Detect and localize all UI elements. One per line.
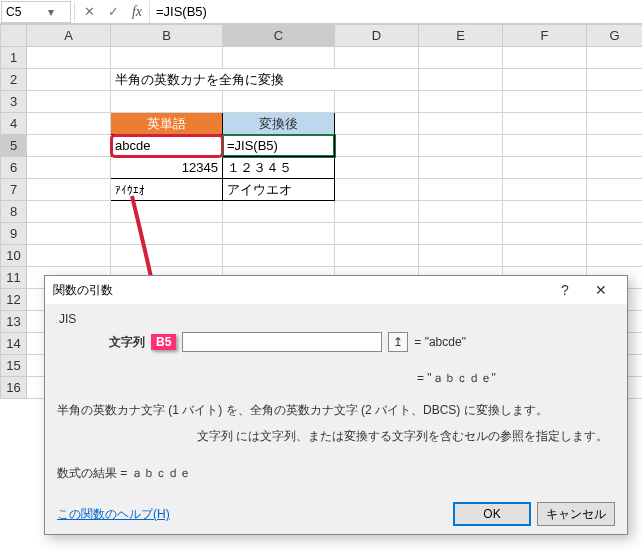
cell[interactable] [111,245,223,267]
cell[interactable] [587,223,643,245]
cell[interactable] [27,245,111,267]
cell[interactable] [587,201,643,223]
cell[interactable] [587,91,643,113]
cell[interactable] [223,245,335,267]
cell[interactable] [27,91,111,113]
cell[interactable] [587,47,643,69]
row-header[interactable]: 4 [1,113,27,135]
col-header-b[interactable]: B [111,25,223,47]
cell[interactable] [335,91,419,113]
cell-c7[interactable]: アイウエオ [223,179,335,201]
cell[interactable] [419,201,503,223]
cell-c6[interactable]: １２３４５ [223,157,335,179]
cell[interactable] [335,157,419,179]
cell[interactable] [419,157,503,179]
cell[interactable] [419,245,503,267]
cell[interactable] [587,113,643,135]
select-all[interactable] [1,25,27,47]
cell[interactable] [503,135,587,157]
cell[interactable] [587,179,643,201]
cell[interactable] [27,157,111,179]
cell[interactable] [27,47,111,69]
col-header-a[interactable]: A [27,25,111,47]
cell[interactable] [335,201,419,223]
help-button[interactable]: ? [547,278,583,302]
cell[interactable] [335,223,419,245]
cell[interactable] [587,245,643,267]
cell[interactable] [587,69,643,91]
cell[interactable] [503,157,587,179]
row-header[interactable]: 12 [1,289,27,311]
row-header[interactable]: 3 [1,91,27,113]
cell[interactable] [419,179,503,201]
cell-b2[interactable]: 半角の英数カナを全角に変換 [111,69,419,91]
cell[interactable] [111,47,223,69]
fx-icon[interactable]: fx [125,1,149,23]
col-header-e[interactable]: E [419,25,503,47]
cell[interactable] [27,135,111,157]
cell[interactable] [223,91,335,113]
confirm-icon[interactable]: ✓ [101,1,125,23]
row-header[interactable]: 13 [1,311,27,333]
cell[interactable] [503,179,587,201]
cell[interactable] [503,201,587,223]
row-header[interactable]: 16 [1,377,27,399]
col-header-f[interactable]: F [503,25,587,47]
ok-button[interactable]: OK [453,502,531,526]
cell[interactable] [335,113,419,135]
row-header[interactable]: 1 [1,47,27,69]
cancel-button[interactable]: キャンセル [537,502,615,526]
cell[interactable] [223,47,335,69]
row-header[interactable]: 5 [1,135,27,157]
cell[interactable] [335,135,419,157]
cell[interactable] [419,69,503,91]
header-converted[interactable]: 変換後 [223,113,335,135]
cell[interactable] [27,179,111,201]
cell[interactable] [503,69,587,91]
cell[interactable] [503,47,587,69]
cell[interactable] [503,223,587,245]
dialog-titlebar[interactable]: 関数の引数 ? ✕ [45,276,627,304]
formula-input[interactable]: =JIS(B5) [149,1,642,23]
range-picker-icon[interactable]: ↥ [388,332,408,352]
cell[interactable] [27,113,111,135]
name-box-dropdown-icon[interactable]: ▾ [36,5,66,19]
cell-b5[interactable]: abcde [111,135,223,157]
cell[interactable] [223,223,335,245]
cell[interactable] [335,245,419,267]
cell[interactable] [503,91,587,113]
row-header[interactable]: 6 [1,157,27,179]
cell-b7[interactable]: ｱｲｳｴｵ [111,179,223,201]
col-header-g[interactable]: G [587,25,643,47]
cell[interactable] [503,245,587,267]
cell-c5[interactable]: =JIS(B5) [223,135,335,157]
row-header[interactable]: 10 [1,245,27,267]
cell[interactable] [503,113,587,135]
cell[interactable] [419,91,503,113]
row-header[interactable]: 8 [1,201,27,223]
cell[interactable] [419,223,503,245]
cell[interactable] [27,69,111,91]
row-header[interactable]: 2 [1,69,27,91]
row-header[interactable]: 14 [1,333,27,355]
cell[interactable] [111,223,223,245]
close-icon[interactable]: ✕ [583,278,619,302]
header-english[interactable]: 英単語 [111,113,223,135]
help-link[interactable]: この関数のヘルプ(H) [57,506,170,523]
col-header-c[interactable]: C [223,25,335,47]
cell[interactable] [587,135,643,157]
row-header[interactable]: 9 [1,223,27,245]
cell[interactable] [223,201,335,223]
cell[interactable] [111,201,223,223]
row-header[interactable]: 15 [1,355,27,377]
name-box[interactable]: C5 ▾ [1,1,71,23]
cell[interactable] [111,91,223,113]
cell[interactable] [27,223,111,245]
col-header-d[interactable]: D [335,25,419,47]
cell-b6[interactable]: 12345 [111,157,223,179]
cell[interactable] [27,201,111,223]
argument-input[interactable] [182,332,382,352]
cell[interactable] [419,47,503,69]
cell[interactable] [587,157,643,179]
cancel-icon[interactable]: ✕ [77,1,101,23]
